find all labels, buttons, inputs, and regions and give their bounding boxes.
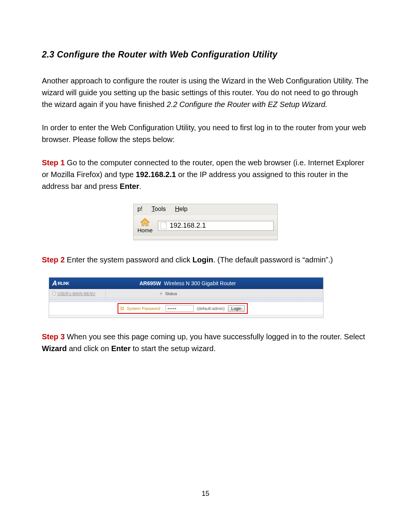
login-row: System Password : ••••• (default:admin) …: [49, 302, 323, 315]
home-icon: [140, 218, 150, 226]
browser-screenshot: p! Tools Help Home 192.168.2.1: [133, 204, 278, 240]
divider-strip: [49, 298, 323, 302]
default-hint: (default:admin): [197, 306, 225, 311]
status-label: Status: [165, 291, 177, 296]
bottom-strip: [49, 315, 323, 318]
step3-paragraph: Step 3 When you see this page coming up,…: [42, 331, 369, 355]
square-icon: [52, 292, 56, 296]
page-number: 15: [0, 490, 411, 498]
logo-a-icon: A: [52, 280, 57, 288]
status-tab[interactable]: Status: [106, 291, 323, 296]
login-button[interactable]: Login: [228, 305, 245, 312]
enter-word: Enter: [111, 344, 131, 353]
address-value: 192.168.2.1: [170, 222, 206, 230]
text: and click on: [67, 344, 111, 353]
router-menubar: USER's MAIN MENU Status: [49, 289, 323, 298]
menu-label: USER's MAIN MENU: [57, 292, 96, 296]
browser-menu-bar: p! Tools Help: [134, 204, 277, 215]
router-description: Wireless N 300 Gigabit Router: [164, 280, 236, 286]
ip-address: 192.168.2.1: [136, 170, 176, 179]
wizard-word: Wizard: [42, 344, 67, 353]
home-button[interactable]: Home: [137, 218, 153, 233]
text: elp: [179, 206, 187, 212]
home-label: Home: [137, 227, 153, 233]
address-bar[interactable]: 192.168.2.1: [158, 221, 274, 231]
router-header: AIRLINK AR695W Wireless N 300 Gigabit Ro…: [49, 278, 323, 289]
menu-item-tools[interactable]: Tools: [151, 206, 166, 212]
text: When you see this page coming up, you ha…: [65, 332, 365, 341]
logo-text: IRLINK: [58, 281, 69, 286]
login-word: Login: [193, 256, 213, 264]
step1-paragraph: Step 1 Go to the computer connected to t…: [42, 157, 369, 192]
manual-page: 2.3 Configure the Router with Web Config…: [0, 0, 411, 532]
router-admin-screenshot: AIRLINK AR695W Wireless N 300 Gigabit Ro…: [49, 277, 323, 318]
menu-item-help[interactable]: Help: [175, 206, 188, 212]
step2-paragraph: Step 2 Enter the system password and cli…: [42, 254, 369, 266]
bullet-icon: [121, 307, 124, 310]
users-main-menu[interactable]: USER's MAIN MENU: [49, 289, 106, 298]
step3-label: Step 3: [42, 332, 65, 341]
toolbar-strip: [134, 236, 277, 240]
paragraph-intro: Another approach to configure the router…: [42, 75, 369, 110]
step2-label: Step 2: [42, 256, 65, 264]
text: . (The default password is “admin”.): [213, 256, 333, 264]
step1-label: Step 1: [42, 158, 65, 167]
page-icon: [161, 222, 167, 229]
browser-toolbar: Home 192.168.2.1: [134, 215, 277, 236]
paragraph-instructions: In order to enter the Web Configuration …: [42, 122, 369, 145]
airlink-logo: AIRLINK: [49, 280, 89, 288]
text: .: [139, 182, 142, 190]
router-model: AR695W: [139, 280, 161, 286]
text: Enter the system password and click: [65, 256, 193, 264]
text: to start the setup wizard.: [131, 344, 215, 353]
password-input[interactable]: •••••: [166, 305, 194, 312]
router-title: AR695W Wireless N 300 Gigabit Router: [89, 280, 323, 286]
menu-item-partial[interactable]: p!: [137, 206, 142, 212]
system-password-label: System Password :: [127, 306, 162, 311]
reference-italic: 2.2 Configure the Router with EZ Setup W…: [167, 100, 327, 109]
enter-key: Enter: [120, 182, 139, 190]
login-highlight-box: System Password : ••••• (default:admin) …: [118, 303, 248, 314]
text: ools: [155, 206, 166, 212]
pin-icon: [159, 292, 163, 296]
mnemonic: H: [175, 206, 180, 212]
section-heading: 2.3 Configure the Router with Web Config…: [42, 50, 369, 60]
